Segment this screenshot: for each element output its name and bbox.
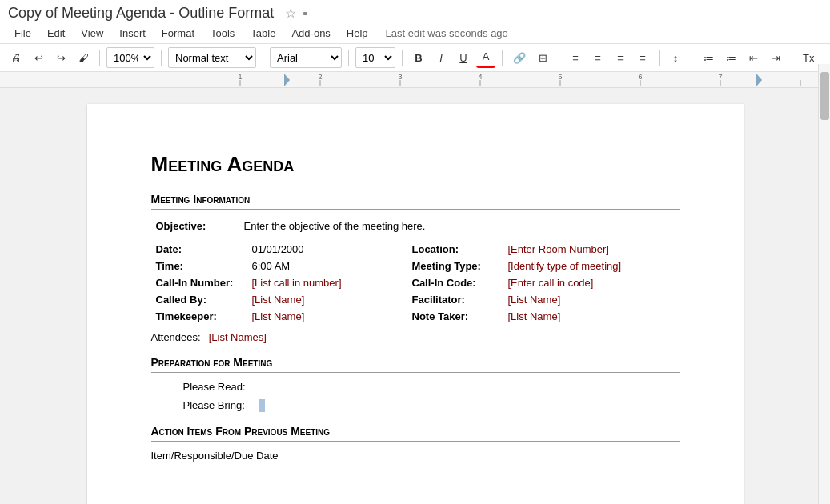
meeting-type-value[interactable]: [Identify type of meeting]	[503, 258, 680, 274]
section-header-meeting-info: Meeting Information	[151, 193, 680, 210]
action-table-header: Item/Responsible/Due Date	[151, 450, 680, 462]
svg-text:6: 6	[638, 73, 642, 81]
separator-5	[402, 50, 403, 66]
bold-button[interactable]: B	[409, 47, 428, 68]
timekeeper-label: Timekeeper:	[151, 308, 247, 325]
objective-table: Objective: Enter the objective of the me…	[151, 218, 680, 234]
menu-format[interactable]: Format	[155, 25, 201, 42]
date-label: Date:	[151, 241, 247, 258]
paintformat-button[interactable]: 🖌	[74, 47, 93, 68]
menu-edit[interactable]: Edit	[41, 25, 71, 42]
location-value[interactable]: [Enter Room Number]	[503, 241, 680, 258]
separator-6	[502, 50, 503, 66]
image-button[interactable]: ⊞	[533, 47, 552, 68]
scrollbar[interactable]	[818, 64, 830, 504]
align-left-button[interactable]: ≡	[566, 47, 585, 68]
page[interactable]: Meeting Agenda Meeting Information Objec…	[87, 104, 744, 504]
note-taker-label: Note Taker:	[407, 308, 503, 325]
ruler: 1 2 3 4 5 6 7	[0, 72, 830, 88]
separator-8	[659, 50, 660, 66]
meeting-type-label: Meeting Type:	[407, 258, 503, 274]
prep-read-label: Please Read:	[183, 381, 255, 393]
link-button[interactable]: 🔗	[509, 47, 530, 68]
objective-value[interactable]: Enter the objective of the meeting here.	[239, 218, 680, 234]
text-cursor	[259, 399, 265, 412]
menu-file[interactable]: File	[8, 25, 38, 42]
separator-3	[263, 50, 263, 66]
separator-4	[348, 50, 349, 66]
font-select[interactable]: Arial	[270, 47, 342, 68]
numbered-list-button[interactable]: ≔	[699, 47, 718, 68]
note-taker-value[interactable]: [List Name]	[503, 308, 680, 325]
undo-button[interactable]: ↩	[29, 47, 48, 68]
date-value[interactable]: 01/01/2000	[247, 241, 407, 258]
attendees-label: Attendees:	[151, 331, 201, 343]
menu-addons[interactable]: Add-ons	[285, 25, 336, 42]
time-label: Time:	[151, 258, 247, 274]
menu-view[interactable]: View	[74, 25, 110, 42]
callin-code-label: Call-In Code:	[407, 274, 503, 291]
timekeeper-value[interactable]: [List Name]	[247, 308, 407, 325]
decrease-indent-button[interactable]: ⇤	[744, 47, 763, 68]
doc-title[interactable]: Copy of Meeting Agenda - Outline Format	[8, 5, 274, 22]
prep-bring-item: Please Bring:	[183, 399, 680, 412]
font-size-select[interactable]: 10	[355, 47, 395, 68]
attendees-value[interactable]: [List Names]	[209, 331, 267, 343]
menu-insert[interactable]: Insert	[113, 25, 152, 42]
time-value[interactable]: 6:00 AM	[247, 258, 407, 274]
svg-text:3: 3	[398, 73, 402, 81]
zoom-select[interactable]: 100%	[106, 47, 154, 68]
last-edit-status: Last edit was seconds ago	[386, 27, 508, 39]
increase-indent-button[interactable]: ⇥	[766, 47, 785, 68]
section-header-prep: Preparation for Meeting	[151, 356, 680, 373]
redo-button[interactable]: ↪	[51, 47, 70, 68]
document-area: Meeting Agenda Meeting Information Objec…	[0, 88, 830, 504]
print-button[interactable]: 🖨	[6, 47, 26, 68]
svg-text:2: 2	[318, 73, 322, 81]
callin-number-value[interactable]: [List call in number]	[247, 274, 407, 291]
svg-text:7: 7	[718, 73, 722, 81]
scrollbar-thumb[interactable]	[820, 72, 829, 120]
called-by-label: Called By:	[151, 291, 247, 308]
justify-button[interactable]: ≡	[633, 47, 652, 68]
svg-text:1: 1	[238, 73, 242, 81]
document-title: Meeting Agenda	[151, 152, 680, 177]
align-right-button[interactable]: ≡	[611, 47, 630, 68]
attendees-row: Attendees: [List Names]	[151, 331, 680, 343]
menu-table[interactable]: Table	[244, 25, 282, 42]
separator-10	[792, 50, 792, 66]
svg-text:5: 5	[558, 73, 562, 81]
style-select[interactable]: Normal text	[168, 47, 256, 68]
clear-format-button[interactable]: Tx	[799, 47, 818, 68]
folder-icon[interactable]: ▪	[303, 6, 307, 21]
facilitator-value[interactable]: [List Name]	[503, 291, 680, 308]
called-by-value[interactable]: [List Name]	[247, 291, 407, 308]
toolbar: 🖨 ↩ ↪ 🖌 100% Normal text Arial 10 B I U …	[0, 43, 830, 72]
menu-tools[interactable]: Tools	[204, 25, 241, 42]
prep-bring-label: Please Bring:	[183, 399, 255, 411]
separator-2	[161, 50, 162, 66]
underline-button[interactable]: U	[454, 47, 473, 68]
objective-label: Objective:	[151, 218, 239, 234]
section-header-action: Action Items From Previous Meeting	[151, 425, 680, 442]
separator-7	[559, 50, 559, 66]
location-label: Location:	[407, 241, 503, 258]
separator-9	[692, 50, 692, 66]
facilitator-label: Facilitator:	[407, 291, 503, 308]
separator-1	[99, 50, 100, 66]
bullet-list-button[interactable]: ≔	[721, 47, 740, 68]
callin-number-label: Call-In Number:	[151, 274, 247, 291]
callin-code-value[interactable]: [Enter call in code]	[503, 274, 680, 291]
title-bar: Copy of Meeting Agenda - Outline Format …	[0, 0, 830, 23]
svg-text:4: 4	[478, 73, 482, 81]
italic-button[interactable]: I	[431, 47, 451, 68]
fields-table: Date: 01/01/2000 Location: [Enter Room N…	[151, 241, 680, 325]
text-color-button[interactable]: A	[476, 47, 495, 68]
menu-bar: File Edit View Insert Format Tools Table…	[0, 23, 830, 43]
line-spacing-button[interactable]: ↕	[666, 47, 685, 68]
star-icon[interactable]: ☆	[285, 6, 296, 21]
prep-read-item: Please Read:	[183, 381, 680, 393]
menu-help[interactable]: Help	[340, 25, 375, 42]
align-center-button[interactable]: ≡	[588, 47, 607, 68]
